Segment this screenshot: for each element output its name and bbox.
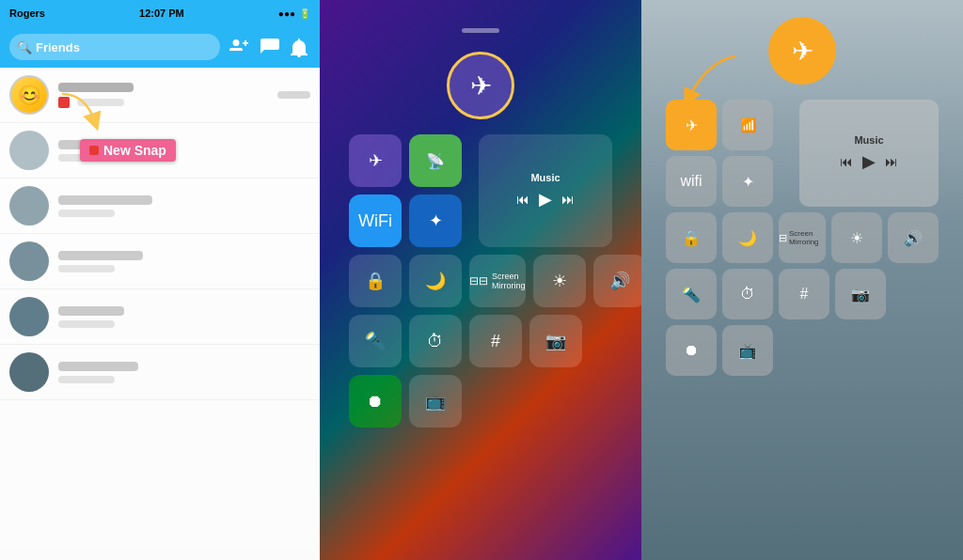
- middle-control-center: ✈ ✈ 📡 WiFi: [320, 0, 641, 560]
- cc-right-bluetooth[interactable]: ✦: [722, 156, 773, 207]
- new-snap-dot: [89, 146, 99, 155]
- cc-screen-mirror-row[interactable]: ⊟⊟ Screen Mirroring: [469, 255, 526, 307]
- cc-row-3: 🔦 ⏱ # 📷: [349, 315, 612, 367]
- cc-row-1b: WiFi ✦: [349, 194, 471, 247]
- snap-time-1: [277, 91, 310, 99]
- cc-right-brightness[interactable]: ☀: [831, 212, 882, 263]
- cc-right-flashlight[interactable]: 🔦: [666, 269, 717, 319]
- cc-right-rotation-lock[interactable]: 🔒: [666, 212, 717, 263]
- screen-mirror-icon: ⊟⊟: [469, 274, 488, 288]
- next-button-right[interactable]: ⏭: [885, 154, 898, 169]
- bluetooth-icon-right: ✦: [742, 173, 754, 191]
- cc-right-row-3: 🔦 ⏱ # 📷: [666, 269, 939, 319]
- avatar-1: 😊: [9, 75, 49, 115]
- friend-info-5: [58, 306, 310, 328]
- friend-name-6: [58, 362, 138, 371]
- prev-button-dark[interactable]: ⏮: [516, 192, 529, 207]
- brightness-icon-right: ☀: [850, 229, 863, 247]
- friend-sub-3: [58, 210, 115, 217]
- friend-info-3: [58, 195, 310, 217]
- friend-item-4[interactable]: [0, 234, 320, 289]
- wifi-icon-right: wifi: [680, 173, 702, 190]
- status-bar: Rogers 12:07 PM ●●● 🔋: [0, 0, 320, 26]
- avatar-6: [9, 352, 49, 392]
- cc-airplane-button[interactable]: ✈: [349, 134, 402, 187]
- carrier-label: Rogers: [9, 8, 45, 19]
- friend-sub-6: [58, 376, 115, 383]
- cc-right-volume[interactable]: 🔊: [888, 212, 939, 263]
- cc-right-camera[interactable]: 📷: [835, 269, 886, 319]
- right-panel: ✈ ✈ 📶: [641, 0, 963, 560]
- friend-item-1[interactable]: 😊: [0, 68, 320, 123]
- chat-icon[interactable]: [258, 36, 280, 58]
- cc-cellular-button[interactable]: 📡: [409, 134, 462, 187]
- next-button-dark[interactable]: ⏭: [561, 192, 575, 207]
- friend-item-6[interactable]: [0, 345, 320, 400]
- cc-right-record[interactable]: ⏺: [666, 325, 717, 376]
- cc-calculator[interactable]: #: [469, 315, 522, 367]
- cc-do-not-disturb[interactable]: 🌙: [409, 255, 462, 307]
- orange-arrow: [670, 52, 745, 127]
- airplane-icon: ✈: [369, 150, 383, 171]
- airplane-icon-orange: ✈: [792, 36, 813, 67]
- screen-mirroring-label: Screen Mirroring: [789, 229, 826, 246]
- cc-volume[interactable]: 🔊: [593, 255, 641, 307]
- cc-row-2: 🔒 🌙 ⊟⊟ Screen Mirroring ☀ 🔊: [349, 255, 612, 307]
- cc-right-timer[interactable]: ⏱: [722, 269, 773, 319]
- camera-icon-right: 📷: [851, 286, 870, 303]
- cc-right-row-2: 🔒 🌙 ⊟ Screen Mirroring ☀ 🔊: [666, 212, 939, 263]
- cc-screen-record[interactable]: ⏺: [349, 375, 402, 428]
- cc-timer[interactable]: ⏱: [409, 315, 462, 367]
- cc-right-screen-mirror[interactable]: ⊟ Screen Mirroring: [779, 212, 826, 263]
- music-widget-right: Music ⏮ ▶ ⏭: [799, 100, 939, 207]
- music-widget-dark: Music ⏮ ▶ ⏭: [479, 134, 612, 247]
- cc-rotation-lock[interactable]: 🔒: [349, 255, 402, 307]
- music-title-right: Music: [854, 134, 883, 146]
- cc-container-right: ✈ 📶 wifi ✦: [666, 100, 939, 376]
- cc-remote[interactable]: 📺: [409, 375, 462, 428]
- cc-right-remote[interactable]: 📺: [722, 325, 773, 376]
- airplane-icon-large: ✈: [470, 70, 492, 101]
- moon-icon-right: 🌙: [738, 229, 757, 247]
- avatar-3: [9, 186, 49, 226]
- brightness-icon: ☀: [552, 271, 567, 291]
- search-bar[interactable]: 🔍 Friends: [9, 34, 220, 60]
- left-panel: Rogers 12:07 PM ●●● 🔋 🔍 Friends: [0, 0, 320, 560]
- friend-name-3: [58, 195, 152, 205]
- friend-name-4: [58, 251, 143, 260]
- time-label: 12:07 PM: [139, 8, 184, 19]
- cc-flashlight[interactable]: 🔦: [349, 315, 402, 367]
- play-button-dark[interactable]: ▶: [539, 189, 552, 210]
- signal-icon: ●●●: [278, 8, 295, 19]
- calculator-icon-right: #: [800, 286, 809, 303]
- airplane-mode-active[interactable]: ✈: [768, 17, 836, 85]
- cc-right-row-1b: wifi ✦: [666, 156, 794, 207]
- rotation-lock-icon: 🔒: [365, 271, 386, 291]
- friend-info-6: [58, 362, 310, 383]
- flashlight-icon-right: 🔦: [682, 286, 701, 303]
- friend-item-3[interactable]: [0, 179, 320, 234]
- snap-header: 🔍 Friends: [0, 26, 320, 68]
- add-friend-icon[interactable]: [228, 36, 250, 58]
- flashlight-icon: 🔦: [365, 331, 386, 351]
- cc-camera[interactable]: 📷: [529, 315, 582, 367]
- volume-icon-right: 🔊: [904, 229, 923, 247]
- prev-button-right[interactable]: ⏮: [840, 154, 853, 169]
- friend-item-5[interactable]: [0, 289, 320, 345]
- cc-container-dark: ✈ 📡 WiFi ✦: [349, 134, 612, 428]
- cc-wifi-button[interactable]: WiFi: [349, 194, 402, 247]
- notification-icon[interactable]: [288, 36, 310, 58]
- cc-bluetooth-button[interactable]: ✦: [409, 194, 462, 247]
- record-icon: ⏺: [367, 392, 384, 412]
- moon-icon: 🌙: [425, 271, 446, 291]
- cc-right-row-4: ⏺ 📺: [666, 325, 939, 376]
- right-control-center: ✈ ✈ 📶: [641, 0, 963, 560]
- cc-brightness[interactable]: ☀: [533, 255, 586, 307]
- play-button-right[interactable]: ▶: [862, 151, 876, 172]
- volume-icon: 🔊: [609, 271, 630, 291]
- cc-right-wifi[interactable]: wifi: [666, 156, 717, 207]
- airplane-mode-highlight[interactable]: ✈: [447, 52, 514, 119]
- cc-right-dnd[interactable]: 🌙: [722, 212, 773, 263]
- cc-right-calculator[interactable]: #: [779, 269, 829, 319]
- timer-icon: ⏱: [427, 332, 444, 351]
